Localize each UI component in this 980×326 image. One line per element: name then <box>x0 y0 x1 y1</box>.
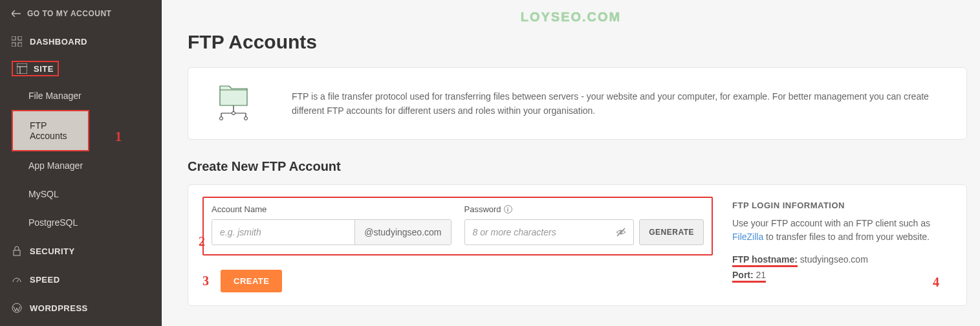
nav-security-label: SECURITY <box>30 246 75 256</box>
svg-rect-7 <box>14 250 20 255</box>
highlight-box-site: SITE <box>12 61 59 76</box>
create-section-title: Create New FTP Account <box>162 159 980 184</box>
fields-highlight-box: Account Name @studyingseo.com Password i <box>202 197 713 255</box>
svg-rect-0 <box>12 36 16 40</box>
info-panel: FTP is a file transfer protocol used for… <box>188 67 967 140</box>
svg-line-8 <box>17 279 19 282</box>
nav-security[interactable]: SECURITY <box>0 237 162 265</box>
show-password-icon[interactable] <box>609 226 633 238</box>
nav-ftp-accounts[interactable]: FTP Accounts <box>12 110 89 151</box>
arrow-left-icon <box>12 10 21 17</box>
svg-rect-3 <box>18 43 22 47</box>
nav-mysql-label: MySQL <box>28 189 59 199</box>
nav-site-label: SITE <box>34 64 54 74</box>
password-field: Password i GENERATE <box>464 204 704 245</box>
svg-point-16 <box>232 112 235 115</box>
sidebar: GO TO MY ACCOUNT DASHBOARD SITE File Man… <box>0 0 162 326</box>
info-icon[interactable]: i <box>504 205 512 213</box>
wordpress-icon <box>12 303 22 313</box>
account-name-field: Account Name @studyingseo.com <box>212 204 452 245</box>
ftp-login-title: FTP LOGIN INFORMATION <box>732 201 952 210</box>
filezilla-link[interactable]: FileZilla <box>732 232 763 242</box>
account-suffix: @studyingseo.com <box>354 220 450 244</box>
nav-postgresql[interactable]: PostgreSQL <box>0 208 162 237</box>
create-form-panel: 2 Account Name @studyingseo.com Password… <box>188 184 967 306</box>
svg-point-15 <box>245 117 248 120</box>
grid-icon <box>12 36 22 47</box>
nav-postgresql-label: PostgreSQL <box>28 217 78 228</box>
generate-button[interactable]: GENERATE <box>639 219 704 245</box>
lock-icon <box>12 246 22 256</box>
password-label: Password i <box>464 204 704 214</box>
main-content: LOYSEO.COM FTP Accounts FTP is a file tr… <box>162 0 980 326</box>
svg-rect-1 <box>18 36 22 40</box>
nav-wordpress-label: WORDPRESS <box>30 303 88 313</box>
account-name-label: Account Name <box>212 204 452 214</box>
nav-app-manager-label: App Manager <box>28 160 83 171</box>
ftp-login-info-panel: FTP LOGIN INFORMATION Use your FTP accou… <box>732 197 952 292</box>
create-button[interactable]: CREATE <box>221 270 282 292</box>
svg-point-14 <box>220 117 223 120</box>
ftp-port-line: Port: 21 <box>732 270 952 283</box>
nav-dashboard-label: DASHBOARD <box>30 37 87 47</box>
nav-speed-label: SPEED <box>30 275 60 285</box>
password-input[interactable] <box>465 227 609 237</box>
account-name-input[interactable] <box>212 220 354 244</box>
gauge-icon <box>12 274 22 285</box>
nav-install-manage[interactable]: Install & Manage <box>0 322 162 326</box>
watermark: LOYSEO.COM <box>521 10 622 25</box>
svg-rect-4 <box>17 63 27 74</box>
annotation-4: 4 <box>933 275 939 290</box>
back-label: GO TO MY ACCOUNT <box>27 9 111 18</box>
ftp-hostname-line: FTP hostname: studyingseo.com <box>732 254 952 267</box>
annotation-1: 1 <box>115 129 122 144</box>
nav-file-manager[interactable]: File Manager <box>0 82 162 110</box>
nav-ftp-accounts-label: FTP Accounts <box>30 120 84 141</box>
ftp-login-text: Use your FTP account with an FTP client … <box>732 217 952 244</box>
nav-app-manager[interactable]: App Manager <box>0 151 162 180</box>
svg-line-18 <box>617 228 625 236</box>
svg-rect-2 <box>12 43 16 47</box>
nav-dashboard[interactable]: DASHBOARD <box>0 27 162 56</box>
info-text: FTP is a file transfer protocol used for… <box>292 89 947 118</box>
nav-wordpress[interactable]: WORDPRESS <box>0 294 162 322</box>
layout-icon <box>17 63 27 74</box>
annotation-2: 2 <box>199 234 205 249</box>
nav-site[interactable]: SITE <box>0 56 162 82</box>
back-to-account-link[interactable]: GO TO MY ACCOUNT <box>0 0 162 27</box>
nav-file-manager-label: File Manager <box>28 91 82 101</box>
nav-mysql[interactable]: MySQL <box>0 180 162 208</box>
folder-network-icon <box>208 82 259 125</box>
annotation-3: 3 <box>202 274 209 288</box>
nav-speed[interactable]: SPEED <box>0 265 162 294</box>
